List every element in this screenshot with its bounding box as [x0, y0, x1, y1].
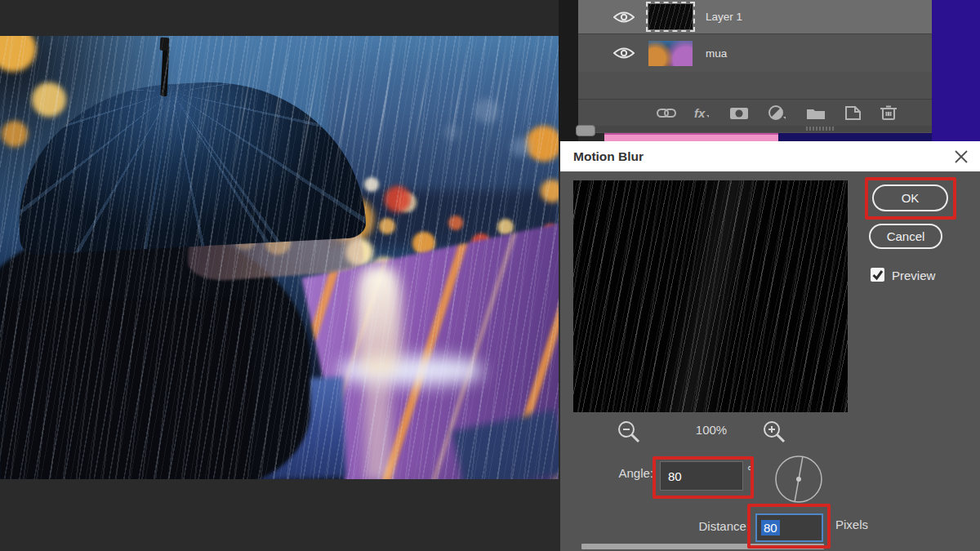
- pink-progress-bar: [604, 133, 778, 141]
- panel-grip-texture: [806, 127, 835, 131]
- photoshop-screenshot: Layer 1 mua fx: [0, 0, 980, 551]
- navy-bar: [778, 133, 932, 141]
- panel-gutter: [559, 0, 578, 141]
- ok-button[interactable]: OK: [872, 184, 948, 211]
- zoom-level: 100%: [675, 423, 748, 437]
- motion-blur-dialog: Motion Blur 100% Angle: 80 ° Distance: 8…: [560, 141, 980, 551]
- layer-name[interactable]: Layer 1: [706, 11, 742, 23]
- layers-panel-toolbar: fx: [578, 99, 932, 126]
- distance-slider-track[interactable]: [581, 544, 824, 549]
- link-icon[interactable]: [657, 106, 676, 120]
- angle-label: Angle:: [583, 466, 653, 480]
- preview-checkbox-label: Preview: [892, 269, 935, 282]
- distance-unit: Pixels: [835, 518, 868, 531]
- photo-vignette: [0, 36, 559, 479]
- angle-unit: °: [747, 464, 752, 479]
- document-canvas-photo[interactable]: [0, 36, 559, 479]
- canvas-top-margin: [0, 0, 559, 36]
- new-layer-icon[interactable]: [844, 105, 862, 121]
- selected-text: 80: [761, 520, 780, 535]
- layers-panel-bottom-strip: [578, 126, 932, 132]
- dialog-title: Motion Blur: [573, 141, 644, 171]
- layers-panel-empty-area: [578, 72, 932, 99]
- layer1-thumbnail[interactable]: [648, 4, 693, 29]
- preview-checkbox[interactable]: [871, 268, 884, 282]
- layer-row-layer1[interactable]: Layer 1: [578, 0, 932, 33]
- distance-input[interactable]: 80: [755, 513, 823, 542]
- visibility-eye-icon[interactable]: [611, 47, 637, 60]
- cancel-button[interactable]: Cancel: [869, 224, 942, 249]
- zoom-in-icon[interactable]: [761, 420, 787, 447]
- distance-label: Distance:: [663, 519, 750, 533]
- layer-name[interactable]: mua: [706, 47, 727, 60]
- zoom-out-icon[interactable]: [616, 420, 642, 447]
- close-icon[interactable]: [952, 148, 970, 166]
- adjustment-icon[interactable]: [767, 105, 788, 121]
- group-folder-icon[interactable]: [806, 106, 826, 120]
- progress-strip: [578, 133, 932, 141]
- filter-preview-image[interactable]: [573, 180, 848, 412]
- delete-layer-icon[interactable]: [880, 104, 898, 121]
- layers-panel: Layer 1 mua fx: [578, 0, 932, 133]
- canvas-bottom-margin: [0, 479, 559, 551]
- angle-input[interactable]: 80: [660, 461, 743, 491]
- mua-thumbnail[interactable]: [648, 41, 693, 66]
- angle-dial[interactable]: [773, 454, 824, 508]
- layer-row-mua[interactable]: mua: [578, 33, 932, 72]
- layer-mask-icon[interactable]: [729, 106, 749, 120]
- dialog-titlebar[interactable]: Motion Blur: [560, 141, 980, 171]
- visibility-eye-icon[interactable]: [611, 11, 637, 24]
- panel-scrollbar-thumb[interactable]: [576, 125, 595, 136]
- desktop-purple-background: [932, 0, 980, 141]
- fx-icon[interactable]: fx: [694, 107, 711, 119]
